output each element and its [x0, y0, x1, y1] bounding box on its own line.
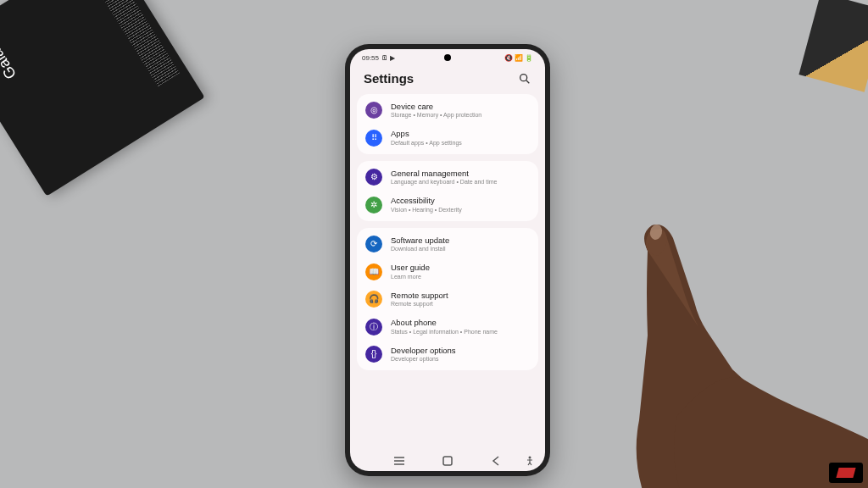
item-text: Software updateDownload and install — [391, 236, 530, 252]
item-text: General managementLanguage and keyboard … — [391, 169, 530, 186]
icon-glyph: ✲ — [370, 201, 377, 209]
icon-glyph: ⟳ — [370, 240, 377, 248]
back-button[interactable] — [489, 454, 503, 468]
home-button[interactable] — [441, 454, 454, 468]
item-text: AppsDefault apps • App settings — [391, 129, 530, 146]
settings-group: ◎Device careStorage • Memory • App prote… — [357, 94, 538, 154]
svg-point-8 — [648, 223, 664, 241]
phone-screen: 09:55 🗓 ▶ 🔇 📶 🔋 Settings ◎Device careSto… — [350, 49, 545, 471]
device-care-icon: ◎ — [365, 102, 382, 119]
page-title: Settings — [364, 71, 414, 86]
svg-point-0 — [520, 74, 527, 80]
product-box: Galaxy S25 Ultra — [0, 0, 205, 197]
icon-glyph: ⚙ — [370, 173, 378, 181]
settings-item-remote-support[interactable]: 🎧Remote supportRemote support — [357, 286, 538, 313]
icon-glyph: {} — [371, 350, 377, 358]
item-subtitle: Learn more — [391, 273, 530, 280]
product-box-label: Galaxy S25 Ultra — [0, 0, 20, 82]
icon-glyph: ⓘ — [370, 323, 378, 331]
phone-frame: 09:55 🗓 ▶ 🔇 📶 🔋 Settings ◎Device careSto… — [345, 44, 550, 476]
item-title: Device care — [391, 102, 530, 111]
search-icon — [518, 72, 531, 86]
item-title: Software update — [391, 236, 530, 245]
item-title: Apps — [391, 129, 530, 138]
icon-glyph: 🎧 — [369, 295, 379, 303]
about-phone-icon: ⓘ — [365, 319, 382, 336]
item-subtitle: Status • Legal information • Phone name — [391, 328, 530, 336]
icon-glyph: 📖 — [369, 268, 379, 276]
settings-group: ⚙General managementLanguage and keyboard… — [357, 161, 538, 221]
settings-item-apps[interactable]: ⠿AppsDefault apps • App settings — [357, 124, 538, 151]
item-subtitle: Remote support — [391, 300, 530, 308]
item-title: About phone — [391, 318, 530, 327]
settings-item-device-care[interactable]: ◎Device careStorage • Memory • App prote… — [357, 97, 538, 124]
developer-options-icon: {} — [365, 346, 382, 363]
settings-header: Settings — [350, 64, 545, 94]
item-subtitle: Download and install — [391, 245, 530, 252]
svg-point-7 — [646, 227, 670, 258]
settings-item-software-update[interactable]: ⟳Software updateDownload and install — [357, 230, 538, 258]
item-text: About phoneStatus • Legal information • … — [391, 318, 530, 335]
svg-rect-5 — [443, 457, 452, 465]
svg-point-6 — [529, 457, 531, 459]
item-text: Device careStorage • Memory • App protec… — [391, 102, 530, 119]
status-left-icons: 🗓 ▶ — [381, 54, 395, 62]
settings-item-user-guide[interactable]: 📖User guideLearn more — [357, 258, 538, 285]
item-text: Developer optionsDeveloper options — [391, 346, 530, 363]
recents-button[interactable] — [392, 454, 406, 468]
navigation-bar — [350, 451, 545, 471]
settings-item-general-management[interactable]: ⚙General managementLanguage and keyboard… — [357, 164, 538, 191]
settings-item-accessibility[interactable]: ✲AccessibilityVision • Hearing • Dexteri… — [357, 191, 538, 218]
settings-item-developer-options[interactable]: {}Developer optionsDeveloper options — [357, 341, 538, 368]
status-right-icons: 🔇 📶 🔋 — [504, 54, 533, 62]
item-subtitle: Default apps • App settings — [391, 139, 530, 147]
item-title: Remote support — [391, 291, 530, 300]
item-text: User guideLearn more — [391, 263, 530, 280]
item-subtitle: Vision • Hearing • Dexterity — [391, 206, 530, 214]
hand — [529, 183, 868, 488]
item-subtitle: Developer options — [391, 355, 530, 363]
settings-group: ⟳Software updateDownload and install📖Use… — [357, 228, 538, 370]
software-update-icon: ⟳ — [365, 236, 382, 252]
icon-glyph: ◎ — [370, 106, 378, 114]
accessibility-icon: ✲ — [365, 197, 382, 214]
item-title: General management — [391, 169, 530, 178]
general-mgmt-icon: ⚙ — [365, 169, 382, 186]
desk-object — [798, 0, 868, 92]
remote-support-icon: 🎧 — [365, 291, 382, 308]
accessibility-nav-button[interactable] — [523, 454, 537, 468]
svg-line-1 — [526, 80, 529, 83]
item-text: AccessibilityVision • Hearing • Dexterit… — [391, 196, 530, 213]
item-title: User guide — [391, 263, 530, 272]
item-text: Remote supportRemote support — [391, 291, 530, 308]
settings-list: ◎Device careStorage • Memory • App prote… — [350, 94, 545, 370]
item-subtitle: Storage • Memory • App protection — [391, 111, 530, 119]
item-title: Developer options — [391, 346, 530, 355]
apps-icon: ⠿ — [365, 130, 382, 147]
item-title: Accessibility — [391, 196, 530, 205]
icon-glyph: ⠿ — [371, 134, 377, 142]
camera-hole — [444, 54, 451, 61]
search-button[interactable] — [518, 72, 531, 86]
settings-item-about-phone[interactable]: ⓘAbout phoneStatus • Legal information •… — [357, 313, 538, 340]
item-subtitle: Language and keyboard • Date and time — [391, 178, 530, 186]
watermark-badge — [829, 463, 863, 483]
barcode — [86, 0, 180, 86]
status-time: 09:55 — [362, 54, 379, 62]
user-guide-icon: 📖 — [365, 263, 382, 280]
